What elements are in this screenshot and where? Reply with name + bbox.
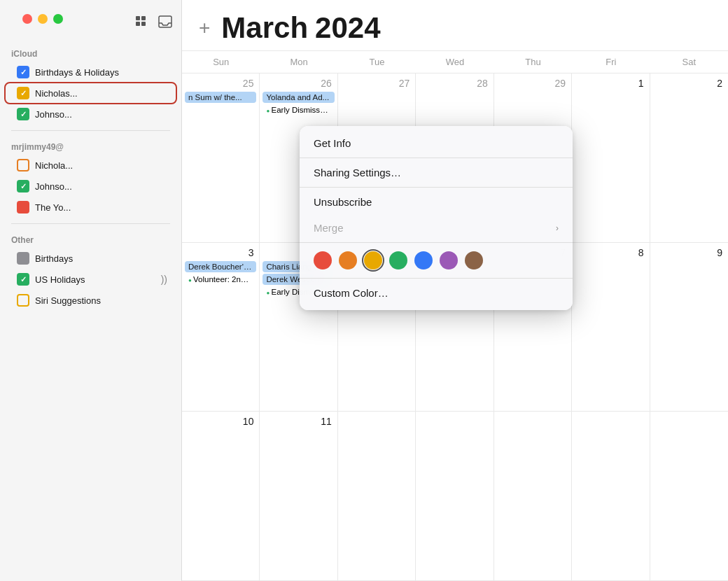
calendar-name-siri-suggestions: Siri Suggestions bbox=[35, 295, 101, 306]
cell-date-3: 3 bbox=[185, 246, 256, 260]
checkmark-nicholas-icloud: ✓ bbox=[20, 89, 27, 98]
calendar-checkbox-johnson-icloud: ✓ bbox=[17, 108, 29, 120]
cal-cell-1[interactable]: 1 bbox=[572, 74, 650, 243]
calendar-name-johnson-mrjimmy: Johnso... bbox=[35, 181, 72, 192]
event-derek-boucher[interactable]: Derek Boucher'… bbox=[185, 261, 256, 272]
color-swatch-brown[interactable] bbox=[465, 251, 483, 270]
inbox-icon[interactable] bbox=[158, 14, 173, 29]
close-button[interactable] bbox=[22, 14, 32, 24]
menu-item-custom-color[interactable]: Custom Color… bbox=[300, 280, 573, 306]
sidebar-item-birthdays[interactable]: Birthdays bbox=[6, 248, 176, 268]
sidebar-item-us-holidays[interactable]: ✓ US Holidays )) bbox=[6, 270, 176, 289]
sync-icon-us-holidays: )) bbox=[161, 274, 167, 285]
cell-date-28: 28 bbox=[419, 76, 490, 90]
menu-item-custom-color-label: Custom Color… bbox=[314, 287, 388, 299]
event-volunteer[interactable]: Volunteer: 2nd g… bbox=[185, 274, 256, 285]
grid-view-icon[interactable] bbox=[134, 14, 149, 29]
context-menu: Get Info Sharing Settings… Unsubscribe M… bbox=[300, 126, 573, 310]
icloud-divider bbox=[11, 130, 170, 131]
cell-date-13 bbox=[419, 414, 490, 417]
day-header-tue: Tue bbox=[338, 51, 416, 73]
calendar-checkbox-siri-suggestions bbox=[17, 294, 29, 307]
calendar-name-nicholas-icloud: Nicholas... bbox=[35, 88, 78, 99]
cal-cell-10[interactable]: 10 bbox=[182, 412, 260, 581]
other-divider bbox=[11, 223, 170, 224]
day-header-fri: Fri bbox=[572, 51, 650, 73]
menu-item-unsubscribe-label: Unsubscribe bbox=[314, 196, 372, 208]
month-title: March bbox=[221, 11, 308, 45]
cell-date-14 bbox=[497, 414, 568, 417]
sidebar-item-siri-suggestions[interactable]: Siri Suggestions bbox=[6, 290, 176, 310]
sidebar-item-nicholas-icloud[interactable]: ✓ Nicholas... bbox=[6, 83, 176, 103]
cell-date-16 bbox=[653, 414, 725, 417]
calendar-header: + March 2024 bbox=[182, 0, 728, 51]
color-swatch-green[interactable] bbox=[389, 251, 407, 270]
cal-cell-13[interactable] bbox=[416, 412, 493, 581]
menu-item-sharing-settings[interactable]: Sharing Settings… bbox=[300, 160, 573, 186]
calendar-name-birthdays-holidays: Birthdays & Holidays bbox=[35, 67, 119, 78]
color-swatch-purple[interactable] bbox=[440, 251, 458, 270]
menu-separator-4 bbox=[300, 278, 573, 279]
cal-cell-16[interactable] bbox=[650, 412, 728, 581]
cell-date-11: 11 bbox=[262, 414, 334, 428]
cal-cell-2[interactable]: 2 bbox=[650, 74, 728, 243]
toolbar-icons bbox=[134, 14, 173, 29]
calendar-checkbox-johnson-mrjimmy: ✓ bbox=[17, 180, 29, 192]
menu-separator-1 bbox=[300, 158, 573, 158]
cell-date-8: 8 bbox=[575, 246, 646, 260]
calendar-checkbox-birthdays bbox=[17, 252, 29, 265]
color-swatches bbox=[300, 244, 573, 276]
color-swatch-blue[interactable] bbox=[414, 251, 433, 270]
checkmark-johnson-mrjimmy: ✓ bbox=[20, 182, 27, 191]
window-controls-row bbox=[0, 8, 181, 43]
cell-date-2: 2 bbox=[653, 76, 725, 90]
calendar-name-the-yo: The Yo... bbox=[35, 202, 71, 213]
menu-item-unsubscribe[interactable]: Unsubscribe bbox=[300, 189, 573, 215]
calendar-checkbox-nicholas-icloud: ✓ bbox=[17, 87, 29, 99]
checkmark-johnson-icloud: ✓ bbox=[20, 110, 27, 119]
day-header-thu: Thu bbox=[494, 51, 572, 73]
svg-rect-2 bbox=[136, 22, 140, 26]
day-headers: Sun Mon Tue Wed Thu Fri Sat bbox=[182, 51, 728, 74]
calendar-main: + March 2024 Sun Mon Tue Wed Thu Fri Sat… bbox=[182, 0, 728, 581]
cal-cell-12[interactable] bbox=[338, 412, 416, 581]
cell-date-12 bbox=[341, 414, 412, 417]
maximize-button[interactable] bbox=[53, 14, 63, 24]
day-header-wed: Wed bbox=[416, 51, 493, 73]
event-n-sum[interactable]: n Sum w/ the... bbox=[185, 92, 256, 103]
cal-cell-9[interactable]: 9 bbox=[650, 243, 728, 412]
menu-item-get-info[interactable]: Get Info bbox=[300, 130, 573, 156]
cell-date-15 bbox=[575, 414, 646, 417]
cell-date-10: 10 bbox=[185, 414, 256, 428]
color-swatch-yellow[interactable] bbox=[364, 251, 382, 270]
checkmark-us-holidays: ✓ bbox=[20, 275, 27, 284]
other-section-label: Other bbox=[0, 230, 181, 248]
add-event-button[interactable]: + bbox=[199, 18, 221, 38]
icloud-section-label: iCloud bbox=[0, 43, 181, 62]
sidebar-item-the-yo[interactable]: The Yo... bbox=[6, 197, 176, 217]
cal-cell-15[interactable] bbox=[572, 412, 650, 581]
menu-separator-2 bbox=[300, 187, 573, 188]
day-header-sat: Sat bbox=[650, 51, 728, 73]
sidebar-item-johnson-icloud[interactable]: ✓ Johnso... bbox=[6, 104, 176, 124]
color-swatch-red[interactable] bbox=[314, 251, 332, 270]
minimize-button[interactable] bbox=[38, 14, 48, 24]
cell-date-27: 27 bbox=[341, 76, 412, 90]
calendar-name-birthdays: Birthdays bbox=[35, 253, 73, 264]
cal-cell-3[interactable]: 3 Derek Boucher'… Volunteer: 2nd g… bbox=[182, 243, 260, 412]
cal-cell-25[interactable]: 25 n Sum w/ the... bbox=[182, 74, 260, 243]
sidebar-item-johnson-mrjimmy[interactable]: ✓ Johnso... bbox=[6, 176, 176, 196]
checkmark-birthdays-holidays: ✓ bbox=[20, 68, 27, 77]
sidebar-item-birthdays-holidays[interactable]: ✓ Birthdays & Holidays bbox=[6, 62, 176, 82]
cal-cell-11[interactable]: 11 bbox=[260, 412, 337, 581]
calendar-checkbox-nicholas-mrjimmy bbox=[17, 159, 29, 172]
cal-cell-8[interactable]: 8 bbox=[572, 243, 650, 412]
event-yolanda[interactable]: Yolanda and Ad... bbox=[262, 92, 334, 103]
color-swatch-orange[interactable] bbox=[339, 251, 357, 270]
calendar-checkbox-birthdays-holidays: ✓ bbox=[17, 66, 29, 78]
cal-cell-14[interactable] bbox=[494, 412, 572, 581]
sidebar-item-nicholas-mrjimmy[interactable]: Nichola... bbox=[6, 155, 176, 175]
event-early-dismissal-26[interactable]: Early Dismissal (… bbox=[262, 104, 334, 115]
calendar-name-nicholas-mrjimmy: Nichola... bbox=[35, 160, 73, 171]
year-title: 2024 bbox=[315, 11, 380, 45]
